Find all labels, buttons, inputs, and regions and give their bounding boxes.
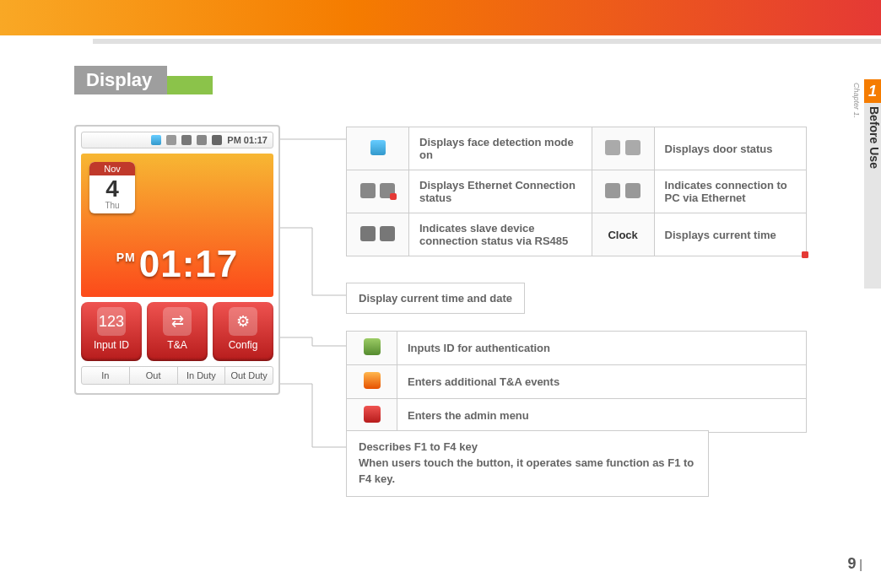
ethernet-off-icon (380, 183, 395, 198)
door-open-icon (625, 140, 640, 155)
input-id-menu-icon (364, 338, 381, 355)
pc-connection-desc: Indicates connection to PC via Ethernet (654, 170, 806, 213)
face-icon (151, 135, 161, 145)
func-f2[interactable]: Out (130, 367, 178, 384)
big-time-value: 01:17 (139, 243, 239, 284)
statusbar-icon-table: Displays face detection mode on Displays… (346, 127, 807, 256)
face-detection-icon (370, 140, 386, 155)
pc-connection-icon-cell (592, 170, 654, 213)
clock-desc: Displays current time (654, 213, 806, 256)
callout-current-time-date: Display current time and date (346, 283, 525, 314)
pc-icon (197, 135, 207, 145)
rs485-on-icon (360, 226, 376, 241)
big-time-ampm: PM (116, 251, 136, 264)
ethernet-icon-cell (347, 170, 409, 213)
ethernet-on-icon (360, 183, 376, 198)
pc-on-icon (605, 183, 620, 198)
door-closed-icon (605, 140, 620, 155)
config-icon: ⚙ (229, 307, 257, 336)
rs485-icon-cell (347, 213, 409, 256)
header-sub-band (93, 39, 881, 44)
input-id-button[interactable]: 123 Input ID (81, 302, 142, 361)
func-f4[interactable]: Out Duty (225, 367, 273, 384)
table-row: Enters additional T&A events (347, 365, 807, 399)
clock-label-cell: Clock (592, 213, 654, 256)
page-number: 9 | (847, 555, 862, 573)
ta-icon: ⇄ (163, 307, 192, 336)
func-desc-line1: Describes F1 to F4 key (359, 440, 696, 456)
chapter-small-label: Chapter 1. (852, 83, 861, 118)
func-f1[interactable]: In (82, 367, 130, 384)
section-title: Display (74, 66, 167, 94)
config-menu-desc: Enters the admin menu (397, 399, 807, 433)
input-id-menu-icon-cell (347, 332, 397, 365)
face-detection-icon-cell (347, 127, 409, 170)
func-f3[interactable]: In Duty (178, 367, 226, 384)
side-chapter-tab: Chapter 1. 1 Before Use (849, 79, 881, 307)
section-title-wrap: Display (74, 66, 213, 94)
config-menu-icon-cell (347, 399, 397, 433)
statusbar-time: PM 01:17 (227, 135, 268, 145)
function-bar: In Out In Duty Out Duty (81, 366, 273, 385)
header-gradient-band (0, 0, 881, 35)
input-id-label: Input ID (81, 339, 142, 351)
ethernet-icon (181, 135, 192, 145)
calendar-weekday: Thu (89, 201, 135, 213)
table-row: Enters the admin menu (347, 399, 807, 433)
config-menu-icon (364, 406, 381, 423)
ta-menu-desc: Enters additional T&A events (397, 365, 807, 399)
pc-off-icon (625, 183, 640, 198)
table-row: Indicates slave device connection status… (347, 213, 807, 256)
device-mock: PM 01:17 Nov 4 Thu PM01:17 123 Input ID … (74, 125, 280, 395)
table-row: Displays Ethernet Connection status Indi… (347, 170, 807, 213)
section-title-accent (162, 76, 213, 94)
ta-menu-icon (364, 372, 381, 389)
callout-f1-f4: Describes F1 to F4 key When users touch … (346, 430, 709, 497)
ta-button[interactable]: ⇄ T&A (147, 302, 208, 361)
wallpaper-area: Nov 4 Thu PM01:17 (81, 154, 273, 297)
rs485-desc: Indicates slave device connection status… (409, 213, 592, 256)
big-time: PM01:17 (81, 243, 273, 285)
door-icon (166, 135, 176, 145)
input-id-menu-desc: Inputs ID for authentication (397, 332, 807, 365)
func-desc-line2: When users touch the button, it operates… (359, 456, 696, 488)
ta-menu-icon-cell (347, 365, 397, 399)
ethernet-desc: Displays Ethernet Connection status (409, 170, 592, 213)
door-status-desc: Displays door status (654, 127, 806, 170)
chapter-number: 1 (864, 79, 881, 103)
main-menu-table: Inputs ID for authentication Enters addi… (346, 331, 807, 433)
table-row: Displays face detection mode on Displays… (347, 127, 807, 170)
input-id-icon: 123 (97, 307, 126, 336)
calendar-day: 4 (89, 175, 135, 201)
status-bar: PM 01:17 (81, 132, 273, 148)
table-row: Inputs ID for authentication (347, 332, 807, 365)
face-detection-desc: Displays face detection mode on (409, 127, 592, 170)
rs485-off-icon (380, 226, 395, 241)
config-label: Config (213, 339, 273, 351)
calendar-card: Nov 4 Thu (89, 162, 135, 213)
calendar-month: Nov (89, 162, 135, 175)
door-status-icon-cell (592, 127, 654, 170)
config-button[interactable]: ⚙ Config (213, 302, 273, 361)
ta-label: T&A (147, 339, 208, 351)
rs485-icon (212, 135, 222, 145)
main-buttons-row: 123 Input ID ⇄ T&A ⚙ Config (81, 302, 273, 361)
chapter-section-label: Before Use (864, 103, 881, 289)
